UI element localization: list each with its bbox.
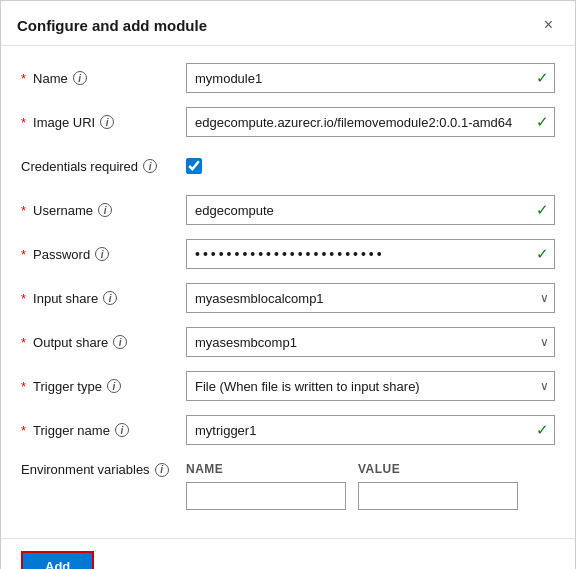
name-input-wrap: ✓ [186,63,555,93]
name-required-star: * [21,71,26,86]
env-name-input[interactable] [186,482,346,510]
image-uri-row: * Image URI i ✓ [21,106,555,138]
trigger-type-required-star: * [21,379,26,394]
configure-module-dialog: Configure and add module × * Name i ✓ * … [0,0,576,569]
env-header-row: NAME VALUE [186,462,518,476]
credentials-label: Credentials required i [21,159,186,174]
env-variables-info-icon: i [155,463,169,477]
env-section: NAME VALUE [186,462,518,510]
trigger-name-input-wrap: ✓ [186,415,555,445]
credentials-info-icon: i [143,159,157,173]
image-uri-label: * Image URI i [21,115,186,130]
name-info-icon: i [73,71,87,85]
output-share-select-wrap: myasesmbcomp1 ∨ [186,327,555,357]
env-variables-label: Environment variables i [21,458,186,477]
password-row: * Password i ✓ [21,238,555,270]
name-label-text: Name [33,71,68,86]
credentials-checkbox-wrap [186,158,555,174]
add-button[interactable]: Add [21,551,94,569]
username-input-wrap: ✓ [186,195,555,225]
trigger-type-select-wrap: File (When file is written to input shar… [186,371,555,401]
password-label-text: Password [33,247,90,262]
credentials-row: Credentials required i [21,150,555,182]
input-share-row: * Input share i myasesmblocalcomp1 ∨ [21,282,555,314]
dialog-header: Configure and add module × [1,1,575,46]
image-uri-info-icon: i [100,115,114,129]
password-input[interactable] [186,239,555,269]
env-name-col-header: NAME [186,462,346,476]
env-value-input[interactable] [358,482,518,510]
trigger-name-info-icon: i [115,423,129,437]
trigger-type-label-text: Trigger type [33,379,102,394]
env-variables-label-text: Environment variables [21,462,150,477]
image-uri-input-wrap: ✓ [186,107,555,137]
dialog-title: Configure and add module [17,17,207,34]
username-required-star: * [21,203,26,218]
trigger-name-label-text: Trigger name [33,423,110,438]
trigger-name-required-star: * [21,423,26,438]
output-share-info-icon: i [113,335,127,349]
trigger-type-info-icon: i [107,379,121,393]
input-share-info-icon: i [103,291,117,305]
credentials-label-text: Credentials required [21,159,138,174]
name-label: * Name i [21,71,186,86]
output-share-required-star: * [21,335,26,350]
username-label-text: Username [33,203,93,218]
output-share-select[interactable]: myasesmbcomp1 [186,327,555,357]
name-row: * Name i ✓ [21,62,555,94]
trigger-type-row: * Trigger type i File (When file is writ… [21,370,555,402]
password-info-icon: i [95,247,109,261]
trigger-type-select[interactable]: File (When file is written to input shar… [186,371,555,401]
close-button[interactable]: × [538,15,559,35]
username-input[interactable] [186,195,555,225]
output-share-row: * Output share i myasesmbcomp1 ∨ [21,326,555,358]
password-label: * Password i [21,247,186,262]
input-share-label: * Input share i [21,291,186,306]
output-share-label: * Output share i [21,335,186,350]
trigger-type-label: * Trigger type i [21,379,186,394]
input-share-required-star: * [21,291,26,306]
trigger-name-input[interactable] [186,415,555,445]
dialog-footer: Add [1,538,575,569]
image-uri-input[interactable] [186,107,555,137]
trigger-name-row: * Trigger name i ✓ [21,414,555,446]
dialog-body: * Name i ✓ * Image URI i ✓ Cre [1,46,575,538]
username-row: * Username i ✓ [21,194,555,226]
credentials-checkbox[interactable] [186,158,202,174]
trigger-name-label: * Trigger name i [21,423,186,438]
username-label: * Username i [21,203,186,218]
env-value-col-header: VALUE [358,462,518,476]
username-info-icon: i [98,203,112,217]
image-uri-required-star: * [21,115,26,130]
name-input[interactable] [186,63,555,93]
password-input-wrap: ✓ [186,239,555,269]
input-share-select[interactable]: myasesmblocalcomp1 [186,283,555,313]
output-share-label-text: Output share [33,335,108,350]
input-share-select-wrap: myasesmblocalcomp1 ∨ [186,283,555,313]
password-required-star: * [21,247,26,262]
image-uri-label-text: Image URI [33,115,95,130]
env-inputs-row [186,482,518,510]
env-variables-row: Environment variables i NAME VALUE [21,458,555,510]
input-share-label-text: Input share [33,291,98,306]
